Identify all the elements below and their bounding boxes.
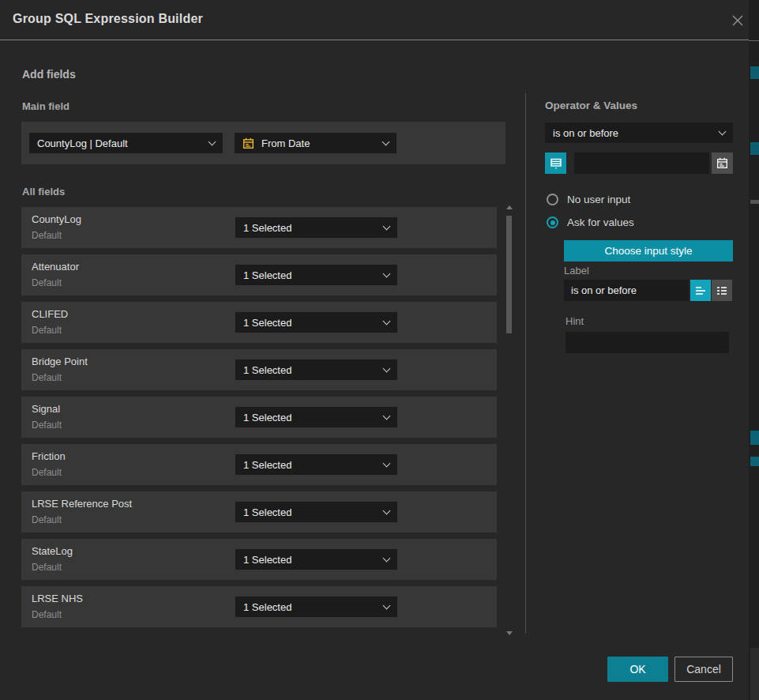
operator-dropdown[interactable]: is on or before (545, 122, 733, 143)
close-button[interactable] (728, 11, 747, 30)
scroll-down-icon[interactable] (506, 631, 513, 635)
field-selection-dropdown[interactable]: 1 Selected (235, 312, 397, 333)
chevron-down-icon (383, 554, 391, 562)
choose-input-style-button[interactable]: Choose input style (564, 240, 733, 262)
field-row: CountyLog Default 1 Selected (21, 207, 497, 248)
background-divider (749, 40, 759, 41)
hint-caption: Hint (565, 315, 584, 327)
radio-no-user-input-label: No user input (567, 194, 630, 205)
background-fragment (750, 648, 759, 700)
field-selection-dropdown[interactable]: 1 Selected (235, 217, 397, 238)
main-source-value: CountyLog | Default (37, 137, 209, 149)
background-fragment (750, 457, 759, 466)
radio-selected-icon (547, 216, 558, 228)
background-fragment (750, 66, 759, 79)
field-name: CLIFED (32, 308, 68, 320)
field-selection-dropdown[interactable]: 1 Selected (235, 407, 397, 427)
field-subtitle: Default (32, 325, 62, 336)
scrollbar-thumb[interactable] (506, 216, 512, 333)
calendar-icon (242, 137, 254, 149)
field-selection-dropdown[interactable]: 1 Selected (235, 597, 397, 617)
chevron-down-icon (383, 412, 391, 420)
main-field-panel: CountyLog | Default From Date (21, 122, 505, 164)
chevron-down-icon (383, 222, 391, 230)
background-fragment (750, 431, 759, 445)
field-row: Signal Default 1 Selected (21, 397, 497, 438)
background-app-edge (749, 0, 759, 700)
chevron-down-icon (383, 601, 391, 609)
single-line-input-toggle[interactable] (690, 280, 711, 301)
unique-values-icon (550, 157, 562, 170)
field-row: CLIFED Default 1 Selected (21, 302, 497, 343)
close-icon (731, 13, 745, 28)
hint-input[interactable] (565, 332, 729, 353)
dialog-titlebar: Group SQL Expression Builder (0, 0, 749, 40)
list-input-toggle[interactable] (712, 280, 732, 301)
field-name: Attenuator (32, 261, 79, 273)
field-subtitle: Default (32, 420, 62, 431)
main-field-dropdown[interactable]: From Date (235, 133, 396, 153)
field-subtitle: Default (32, 514, 62, 525)
panel-divider (525, 93, 526, 634)
field-selection-dropdown[interactable]: 1 Selected (235, 359, 397, 380)
radio-ask-for-values-label: Ask for values (567, 216, 634, 228)
chevron-down-icon (383, 459, 391, 467)
cancel-button[interactable]: Cancel (674, 657, 733, 682)
field-subtitle: Default (32, 277, 62, 288)
field-selection-dropdown[interactable]: 1 Selected (235, 549, 397, 570)
field-name: LRSE Reference Post (32, 498, 132, 510)
unique-values-button[interactable] (545, 152, 566, 174)
single-line-input-icon (694, 285, 707, 296)
field-selection-value: 1 Selected (243, 601, 384, 613)
chevron-down-icon (383, 269, 391, 277)
field-selection-value: 1 Selected (243, 364, 384, 376)
field-subtitle: Default (32, 609, 62, 620)
background-fragment (750, 142, 759, 155)
add-fields-heading: Add fields (22, 68, 76, 81)
field-row: StateLog Default 1 Selected (21, 539, 497, 580)
field-row: LRSE NHS Default 1 Selected (21, 586, 497, 627)
field-subtitle: Default (32, 562, 62, 573)
ok-button[interactable]: OK (607, 657, 668, 682)
chevron-down-icon (719, 127, 727, 135)
all-fields-list: CountyLog Default 1 Selected Attenuator … (21, 207, 497, 634)
main-field-heading: Main field (22, 100, 70, 112)
field-selection-value: 1 Selected (243, 222, 384, 234)
main-source-dropdown[interactable]: CountyLog | Default (29, 133, 223, 153)
chevron-down-icon (383, 364, 391, 372)
chevron-down-icon (383, 506, 391, 514)
operator-value: is on or before (553, 127, 720, 139)
list-scrollbar[interactable] (505, 204, 513, 637)
scroll-up-icon[interactable] (506, 205, 513, 209)
field-name: Bridge Point (32, 356, 88, 367)
value-input[interactable] (574, 152, 709, 174)
background-fragment (750, 200, 759, 204)
label-input[interactable] (564, 280, 689, 301)
field-subtitle: Default (32, 467, 62, 478)
operator-values-heading: Operator & Values (545, 100, 637, 111)
dialog-title: Group SQL Expression Builder (13, 12, 203, 26)
all-fields-heading: All fields (22, 186, 65, 198)
field-row: Bridge Point Default 1 Selected (21, 349, 497, 390)
field-name: CountyLog (32, 213, 81, 225)
calendar-picker-button[interactable] (712, 152, 733, 174)
field-selection-value: 1 Selected (243, 554, 384, 566)
radio-no-user-input[interactable]: No user input (547, 194, 630, 205)
radio-ask-for-values[interactable]: Ask for values (547, 216, 634, 228)
field-subtitle: Default (32, 230, 62, 241)
radio-icon (547, 194, 558, 205)
field-selection-dropdown[interactable]: 1 Selected (235, 454, 397, 475)
field-selection-value: 1 Selected (243, 317, 384, 329)
field-name: LRSE NHS (32, 593, 83, 604)
field-row: LRSE Reference Post Default 1 Selected (21, 491, 497, 533)
field-subtitle: Default (32, 372, 62, 383)
field-row: Attenuator Default 1 Selected (21, 254, 497, 295)
main-field-value: From Date (261, 137, 383, 149)
field-selection-dropdown[interactable]: 1 Selected (235, 502, 397, 522)
chevron-down-icon (382, 137, 390, 145)
list-input-icon (716, 285, 728, 296)
field-selection-dropdown[interactable]: 1 Selected (235, 265, 397, 285)
group-sql-expression-builder-dialog: Group SQL Expression Builder Add fields … (0, 0, 749, 700)
label-caption: Label (564, 265, 589, 277)
field-name: Friction (32, 450, 66, 462)
